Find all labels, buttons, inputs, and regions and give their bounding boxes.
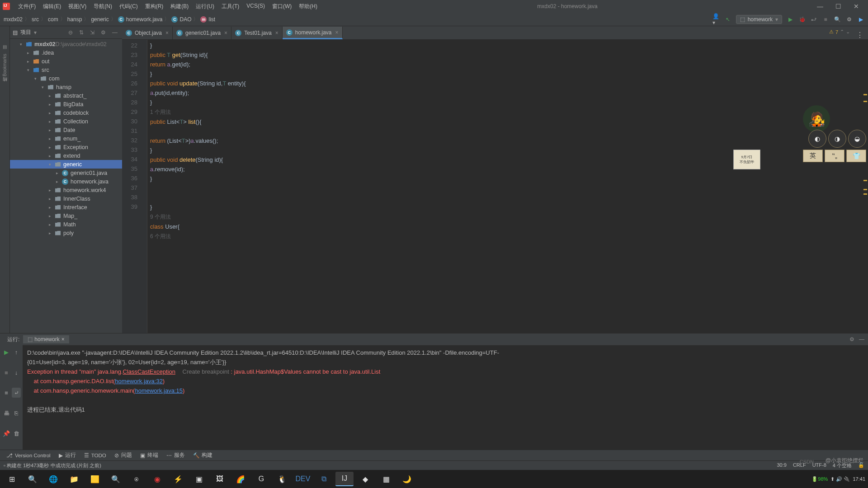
tree-item[interactable]: ▸InnerClass [10,194,122,203]
hide-icon[interactable]: — [110,29,119,36]
tree-item[interactable]: ▸extend [10,151,122,160]
search-taskbar-icon[interactable]: 🔍 [24,472,42,486]
trash-icon[interactable]: 🗑 [12,428,21,438]
stop-run-icon[interactable]: ■ [2,367,11,377]
tree-item[interactable]: ▸out [10,57,122,66]
menu-item[interactable]: 代码(C) [116,3,142,10]
app-icon-6[interactable]: ▦ [377,472,395,486]
run-icon[interactable]: ▶ [787,16,794,23]
collapse-icon[interactable]: ⊖ [66,29,75,36]
tree-item[interactable]: ▸Date [10,126,122,134]
breadcrumb-item[interactable]: hansp [67,16,82,23]
menu-item[interactable]: VCS(S) [243,3,269,10]
menu-item[interactable]: 视图(V) [65,3,90,10]
menu-item[interactable]: 运行(U) [192,3,218,10]
rerun-icon[interactable]: ▶ [2,347,11,357]
project-tool-icon[interactable]: ▤ [3,44,7,49]
stop-icon[interactable]: ■ [822,16,829,23]
bottom-tool[interactable]: ⎇Version Control [3,452,54,459]
editor-tab[interactable]: Cgeneric01.java× [173,27,231,39]
app-icon-2[interactable]: ⚡ [169,472,187,486]
tree-item[interactable]: ▸poly [10,229,122,237]
breadcrumb[interactable]: mxdx02〉src〉com〉hansp〉generic〉C homework.… [0,15,215,23]
tool-hide-icon[interactable]: — [859,336,864,343]
create-breakpoint-link[interactable]: Create breakpoint [183,368,229,375]
close-tab-icon[interactable]: × [275,30,278,36]
tree-item[interactable]: ▸codeblock [10,108,122,117]
edge-icon[interactable]: 🌐 [44,472,62,486]
menu-item[interactable]: 窗口(W) [269,3,295,10]
qq-icon[interactable]: 🐧 [273,472,291,486]
tree-item[interactable]: ▾src [10,66,122,74]
menu-item[interactable]: 导航(N) [90,3,116,10]
app-icon-7[interactable]: 🌙 [398,472,416,486]
breadcrumb-item[interactable]: mxdx02 [4,16,23,23]
marker-stripe[interactable] [863,40,868,333]
intellij-taskbar-icon[interactable]: IJ [335,472,354,486]
close-tab-icon[interactable]: × [224,30,227,36]
soft-wrap-icon[interactable]: ⤶ [12,388,21,398]
project-tree[interactable]: ▾mxdx02 D:\javacode\mxdx02▸.idea▸out▾src… [10,39,122,333]
tree-item[interactable]: ▾generic [10,160,122,169]
console-output[interactable]: D:\code\bin\java.exe "-javaagent:D:\IDEA… [23,345,868,450]
explorer-icon[interactable]: 📁 [65,472,83,486]
bottom-tool[interactable]: 🔨构建 [189,452,216,459]
start-button[interactable]: ⊞ [3,472,21,486]
print-icon[interactable]: 🖶 [2,408,11,418]
bottom-tool[interactable]: ⊘问题 [111,452,136,459]
app-icon-1[interactable]: 🟨 [86,472,104,486]
file-encoding[interactable]: UTF-8 [812,462,826,469]
breadcrumb-item[interactable]: com [48,16,58,23]
vscode-icon[interactable]: ⧉ [315,472,333,486]
breadcrumb-item[interactable]: C homework.java [118,16,163,23]
caret-position[interactable]: 30:9 [777,462,786,469]
pin-icon[interactable]: 📌 [2,428,11,438]
down-icon[interactable]: ↓ [12,367,21,377]
breadcrumb-item[interactable]: src [32,16,39,23]
editor-tab[interactable]: Chomework.java× [283,27,343,39]
bottom-tool[interactable]: ⋯服务 [163,452,189,459]
menu-item[interactable]: 重构(R) [142,3,167,10]
settings-icon[interactable]: ⚙ [845,16,853,23]
tray-icons[interactable]: ⬆ 🔊 🔌 [830,476,850,482]
editor-tabs[interactable]: CObject.java×Cgeneric01.java×CTest01.jav… [122,26,868,40]
bottom-tool[interactable]: ☰TODO [80,452,110,459]
app-icon-5[interactable]: ◆ [356,472,374,486]
tree-item[interactable]: ▸Intrerface [10,203,122,211]
tree-item[interactable]: ▸.idea [10,48,122,57]
bottom-tool-strip[interactable]: ⎇Version Control▶运行☰TODO⊘问题▣终端⋯服务🔨构建 [0,450,868,460]
breadcrumb-item[interactable]: m list [200,16,215,23]
menu-item[interactable]: 帮助(H) [295,3,321,10]
tree-item[interactable]: ▸Collection [10,117,122,126]
project-label[interactable]: 项目 [20,28,31,36]
bottom-tool[interactable]: ▶运行 [55,452,80,459]
tree-item[interactable]: ▸Math [10,220,122,229]
editor-tab[interactable]: CObject.java× [122,27,173,39]
inspection-badge[interactable]: ⚠ 7 ⌃ ⌄ [829,29,850,35]
bottom-tool[interactable]: ▣终端 [137,452,162,459]
netease-icon[interactable]: ◉ [148,472,166,486]
minimize-button[interactable]: — [814,2,826,11]
editor-tab[interactable]: CTest01.java× [231,27,283,39]
main-menu[interactable]: 文件(F)编辑(E)视图(V)导航(N)代码(C)重构(R)构建(B)运行(U)… [14,3,321,10]
tree-item[interactable]: ▸enum_ [10,134,122,143]
everything-icon[interactable]: 🔍 [107,472,125,486]
menu-item[interactable]: 构建(B) [167,3,192,10]
expand-icon[interactable]: ⇲ [88,29,96,36]
menu-item[interactable]: 工具(T) [218,3,243,10]
tree-item[interactable]: ▸Map_ [10,211,122,220]
clock[interactable]: 17:41 [853,476,865,482]
tree-item[interactable]: ▸homework.work4 [10,186,122,194]
tree-item[interactable]: ▸Chomework.java [10,177,122,186]
tree-item[interactable]: ▾com [10,74,122,83]
breadcrumb-item[interactable]: generic [91,16,108,23]
layout-icon[interactable]: ≡ [2,388,11,398]
close-tab-icon[interactable]: × [335,29,339,36]
search-icon[interactable]: 🔍 [834,16,841,23]
menu-item[interactable]: 文件(F) [14,3,39,10]
bookmarks-tab[interactable]: Bookmarks [2,54,7,76]
chrome-icon[interactable]: 🌈 [231,472,250,486]
stack-link-1[interactable]: homework.java:32 [115,378,163,385]
app-icon-4[interactable]: G [252,472,270,486]
debug-icon[interactable]: 🐞 [798,16,806,23]
